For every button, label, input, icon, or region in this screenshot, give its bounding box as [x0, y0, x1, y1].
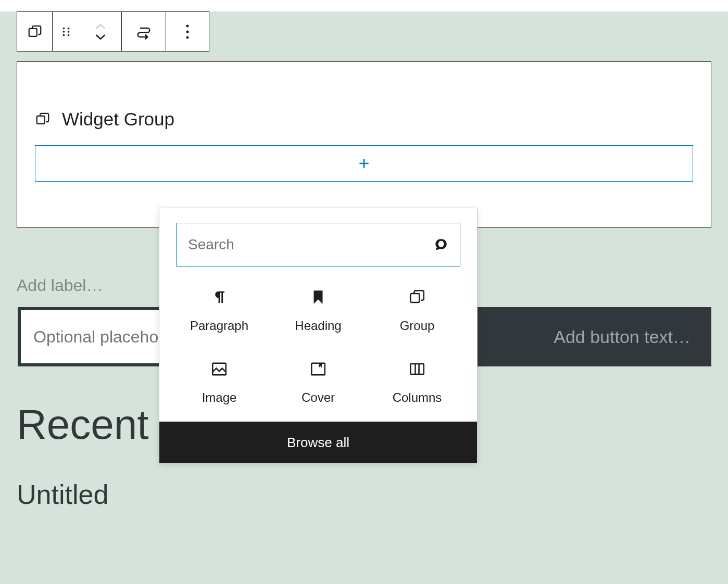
add-block-button[interactable]: [35, 145, 693, 182]
svg-rect-0: [29, 28, 36, 36]
svg-rect-17: [311, 363, 325, 375]
browse-all-button[interactable]: Browse all: [159, 422, 477, 463]
widget-group-block[interactable]: Widget Group: [17, 61, 711, 228]
drag-handle[interactable]: [53, 12, 80, 51]
svg-point-13: [437, 240, 446, 248]
block-label: Heading: [295, 319, 341, 333]
block-item-image[interactable]: Image: [170, 360, 269, 405]
move-buttons[interactable]: [80, 12, 121, 51]
svg-point-5: [63, 34, 65, 36]
block-item-heading[interactable]: Heading: [269, 288, 368, 333]
search-button[interactable]: Add button text…: [446, 307, 711, 366]
recent-posts-heading: Recent: [17, 401, 148, 449]
group-icon: [35, 111, 51, 127]
transform-button[interactable]: [122, 12, 166, 51]
block-toolbar: [17, 11, 209, 52]
block-label: Paragraph: [190, 319, 248, 333]
chevron-up-icon: [95, 23, 106, 30]
plus-icon: [357, 157, 371, 170]
cover-icon: [309, 360, 327, 378]
svg-point-3: [63, 31, 65, 33]
more-options-button[interactable]: [166, 12, 209, 51]
search-icon: [434, 237, 448, 252]
search-label-placeholder[interactable]: Add label…: [17, 276, 103, 295]
svg-point-1: [63, 27, 65, 29]
block-item-group[interactable]: Group: [368, 288, 467, 333]
svg-point-6: [68, 34, 70, 36]
svg-rect-15: [410, 294, 419, 302]
top-bar: [0, 0, 728, 11]
svg-point-9: [186, 36, 189, 39]
svg-point-7: [186, 24, 189, 27]
image-icon: [210, 360, 228, 378]
widget-group-header: Widget Group: [35, 80, 693, 130]
blocks-grid: Paragraph Heading Group Image Cover Colu…: [159, 279, 477, 422]
block-inserter-popup: Paragraph Heading Group Image Cover Colu…: [159, 208, 478, 464]
drag-icon: [60, 26, 72, 37]
more-vertical-icon: [185, 24, 190, 40]
block-label: Columns: [393, 390, 442, 405]
block-label: Cover: [302, 390, 335, 405]
chevron-down-icon: [95, 33, 106, 41]
svg-point-8: [186, 30, 189, 33]
swap-icon: [135, 23, 153, 41]
svg-line-14: [436, 247, 439, 250]
svg-point-4: [68, 31, 70, 33]
svg-rect-16: [212, 363, 226, 375]
block-type-button[interactable]: [17, 12, 53, 51]
svg-rect-10: [37, 116, 45, 124]
group-icon: [408, 288, 426, 306]
svg-point-2: [68, 27, 70, 29]
inserter-search-wrapper: [176, 223, 460, 266]
widget-group-title: Widget Group: [62, 109, 174, 130]
heading-icon: [309, 288, 327, 306]
block-label: Image: [202, 390, 237, 405]
search-button-text-placeholder: Add button text…: [554, 327, 691, 347]
block-label: Group: [400, 319, 435, 333]
inserter-search-input[interactable]: [188, 236, 434, 253]
post-title-untitled[interactable]: Untitled: [17, 479, 108, 510]
paragraph-icon: [210, 288, 228, 306]
block-item-paragraph[interactable]: Paragraph: [170, 288, 269, 333]
columns-icon: [408, 360, 426, 378]
block-item-cover[interactable]: Cover: [269, 360, 368, 405]
group-icon: [27, 24, 43, 40]
svg-rect-18: [410, 364, 424, 374]
block-item-columns[interactable]: Columns: [368, 360, 467, 405]
